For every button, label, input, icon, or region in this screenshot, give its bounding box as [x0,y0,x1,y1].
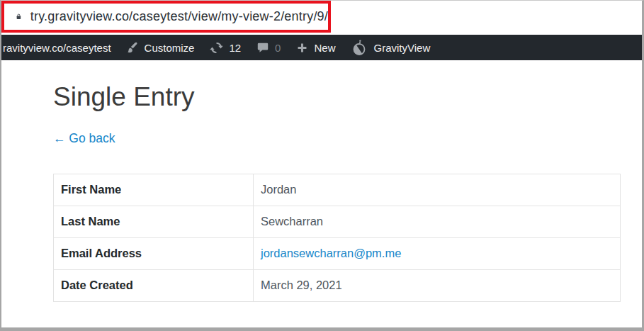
admin-bar-customize[interactable]: Customize [118,41,203,54]
plus-icon [296,42,308,54]
field-value: March 29, 2021 [254,269,621,301]
page-title: Single Entry [53,83,642,112]
field-label: Email Address [54,237,254,269]
field-label: First Name [54,174,254,206]
gravityview-label: GravityView [373,42,430,54]
browser-window: try.gravityview.co/caseytest/view/my-vie… [0,0,644,331]
admin-bar-comments[interactable]: 0 [249,41,288,54]
admin-bar-new[interactable]: New [288,42,343,54]
table-row: First Name Jordan [54,174,621,206]
field-value: Sewcharran [254,206,621,237]
paintbrush-icon [126,41,139,54]
wp-admin-bar: ravityview.co/caseytest Customize 12 0 [1,35,642,60]
field-value: Jordan [254,174,621,206]
email-link[interactable]: jordansewcharran@pm.me [261,247,401,259]
updates-count: 12 [229,42,241,54]
customize-label: Customize [145,42,195,54]
comments-count: 0 [275,42,281,54]
browser-address-bar[interactable]: try.gravityview.co/caseytest/view/my-vie… [1,1,642,35]
admin-bar-updates[interactable]: 12 [202,41,249,55]
entry-details-table: First Name Jordan Last Name Sewcharran E… [53,174,621,302]
admin-bar-site-name[interactable]: ravityview.co/caseytest [3,42,111,54]
page-content: Single Entry ← Go back First Name Jordan… [1,83,642,302]
field-value: jordansewcharran@pm.me [254,237,621,269]
url-highlight-box: try.gravityview.co/caseytest/view/my-vie… [1,1,331,33]
update-arrows-icon [210,41,223,55]
new-label: New [314,42,335,54]
gravityview-floaty-icon [351,39,368,57]
table-row: Date Created March 29, 2021 [54,269,621,301]
admin-bar-gravityview[interactable]: GravityView [343,39,438,57]
field-label: Date Created [54,269,254,301]
table-row: Email Address jordansewcharran@pm.me [54,237,621,269]
field-label: Last Name [54,206,254,237]
url-text[interactable]: try.gravityview.co/caseytest/view/my-vie… [30,9,328,24]
go-back-link[interactable]: ← Go back [53,131,115,146]
comment-bubble-icon [256,41,269,54]
table-row: Last Name Sewcharran [54,206,621,237]
lock-icon [16,9,21,24]
